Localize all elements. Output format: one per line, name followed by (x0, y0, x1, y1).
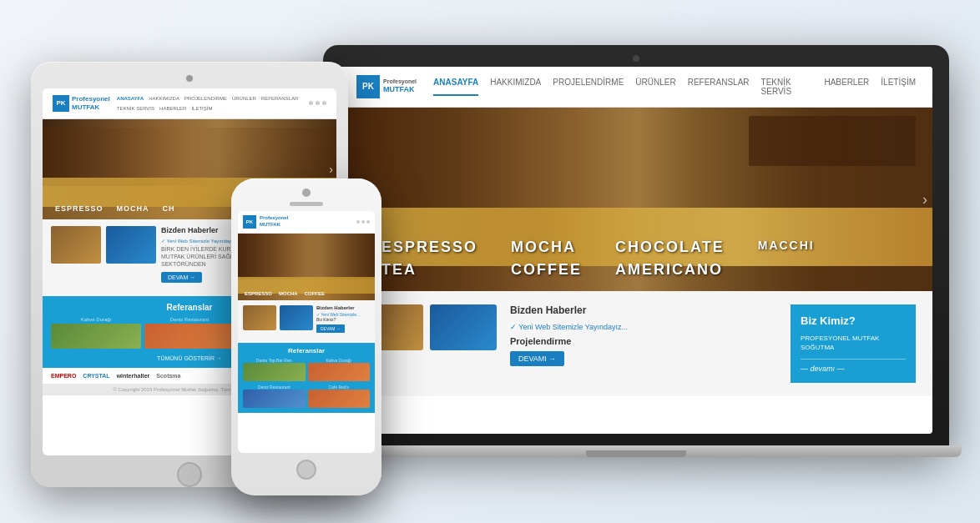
nav-haberler[interactable]: HABERLER (824, 78, 869, 96)
tablet-dots (309, 101, 326, 105)
tablet-nav-teknik[interactable]: TEKNİK SERVIS (117, 106, 154, 111)
nav-iletisim[interactable]: İLETİŞİM (881, 78, 916, 96)
laptop-device: PK Profesyonel MUTFAK Profesyonel MUTFAK… (323, 45, 949, 495)
phone-ref-cell-1: Dantu Top Bar Ren (243, 358, 306, 382)
phone-menu-mocha: MOCHA (279, 291, 298, 296)
nav-teknik[interactable]: TEKNİK SERVİS (761, 78, 813, 96)
laptop-navbar: PK Profesyonel MUTFAK Profesyonel MUTFAK… (340, 67, 932, 108)
laptop-cta-button[interactable]: DEVAMI → (510, 351, 564, 366)
phone-news-title: Bizden Haberler (316, 305, 360, 310)
tablet-nav-hakkimizda[interactable]: HAKKIMIZDA (149, 96, 179, 101)
laptop-biz-kimiz-box: Biz Kimiz? PROFESYONEL MUTFAK SOĞUTMA — … (791, 304, 916, 383)
phone-menu-coffee: COFFEE (305, 291, 325, 296)
laptop-menu-row4: MACCHI (758, 239, 815, 279)
laptop-menu-coffee: COFFEE (511, 261, 582, 279)
tablet-dot-1 (309, 101, 313, 105)
phone-ref-cell-4: Cafe Red's (308, 385, 371, 409)
phone-ref-title: Referanslar (243, 347, 370, 355)
nav-projelendirme[interactable]: PROJELENDİRME (553, 78, 624, 96)
laptop-news-check: ✓ Yeni Web Sitemizle Yayındayız... (510, 323, 777, 331)
tablet-thumb-1 (51, 226, 101, 264)
tablet-navbar: PK Profesyonel MUTFAK ANASAYFA HAKKIMIZD… (43, 88, 336, 119)
phone-logo-line2: MUTFAK (260, 222, 288, 228)
tablet-logo-text: Profesyonel MUTFAK (72, 95, 110, 111)
tablet-ref-label-1: Kahve Durağı (51, 317, 141, 322)
phone-logo-text: Profesyonel MUTFAK (260, 215, 288, 227)
laptop-hero-next-arrow[interactable]: › (922, 190, 927, 208)
phone-thumb-1 (243, 305, 276, 330)
tablet-brand-winterhalter: winterhalter (117, 373, 150, 379)
laptop-base (311, 445, 962, 457)
tablet-nav-iletisim[interactable]: İLETİŞİM (191, 106, 212, 111)
phone-thumb-2 (280, 305, 313, 330)
laptop-hero: ESPRESSO TEA MOCHA COFFEE CHOCOLATE AMER… (340, 108, 932, 291)
phone-hero: ESPRESSO MOCHA COFFEE (238, 234, 375, 300)
phone-ref-label-3: Deniz Restaurant (243, 385, 306, 390)
tablet-nav-proje[interactable]: PROJELENDİRME (184, 96, 227, 101)
laptop-menu-mocha: MOCHA (511, 239, 582, 256)
tablet-nav-haberler[interactable]: HABERLER (159, 106, 186, 111)
phone-news-text: Bizden Haberler ✓ Yeni Web Sitemizle... … (316, 305, 360, 333)
phone-content: Bizden Haberler ✓ Yeni Web Sitemizle... … (238, 300, 375, 343)
phone-logo-icon: PK (243, 215, 256, 229)
tablet-brand-crystal: CRYSTAL (83, 373, 109, 379)
laptop-screen: PK Profesyonel MUTFAK Profesyonel MUTFAK… (340, 67, 932, 434)
phone-ref-label-2: Kahve Durağı (308, 358, 371, 363)
tablet-brand-scotsma: Scotsma (156, 373, 180, 379)
tablet-nav-urunler[interactable]: ÜRÜNLER (232, 96, 256, 101)
tablet-nav-ref[interactable]: REFERANSLAR (261, 96, 298, 101)
laptop-camera (633, 55, 639, 62)
nav-urunler[interactable]: ÜRÜNLER (635, 78, 675, 96)
tablet-cta-button[interactable]: DEVAM → (161, 272, 202, 283)
laptop-logo: PK Profesyonel MUTFAK Profesyonel MUTFAK (356, 75, 417, 98)
laptop-menu-row1: ESPRESSO TEA (381, 239, 477, 279)
phone-device: PK Profesyonel MUTFAK (231, 179, 381, 495)
tablet-nav-anasayfa[interactable]: ANASAYFA (117, 96, 144, 101)
tablet-menu-espresso: ESPRESSO (55, 204, 104, 213)
tablet-nav-items: ANASAYFA HAKKIMIZDA PROJELENDİRME ÜRÜNLE… (117, 96, 302, 111)
laptop-menu-chocolate: CHOCOLATE (615, 239, 725, 256)
phone-ref-img-3 (243, 390, 306, 408)
laptop-biz-kimiz-title: Biz Kimiz? (801, 314, 906, 327)
phone-dots (356, 220, 370, 224)
laptop-menu-macchi: MACCHI (758, 239, 815, 252)
phone-ref-img-1 (243, 363, 306, 381)
phone-speaker (290, 202, 323, 206)
laptop-logo-icon: PK (356, 75, 380, 98)
tablet-ref-label-2: Deniz Restaurant (144, 317, 235, 322)
tablet-menu-ch: CH (163, 204, 175, 213)
phone-ref-label-4: Cafe Red's (308, 385, 371, 390)
tablet-ref-cell-1: Kahve Durağı (51, 317, 141, 350)
phone-ref-grid: Dantu Top Bar Ren Kahve Durağı Deniz Res… (243, 358, 370, 409)
phone-dot-2 (361, 220, 365, 224)
phone-logo-line1: Profesyonel (260, 215, 288, 221)
phone-navbar: PK Profesyonel MUTFAK (238, 211, 375, 234)
laptop-news-title: Bizden Haberler (510, 304, 777, 316)
phone-news-row: Bizden Haberler ✓ Yeni Web Sitemizle... … (243, 305, 370, 333)
nav-referanslar[interactable]: REFERANSLAR (688, 78, 750, 96)
nav-hakkimizda[interactable]: HAKKIMIZDA (490, 78, 541, 96)
phone-news-check: ✓ Yeni Web Sitemizle... (316, 312, 360, 317)
phone-referanslar-section: Referanslar Dantu Top Bar Ren Kahve Dura… (238, 343, 375, 413)
tablet-thumb-2 (106, 226, 156, 264)
laptop-lower-content: Bizden Haberler ✓ Yeni Web Sitemizle Yay… (340, 291, 932, 396)
laptop-biz-kimiz-devami[interactable]: — devamı — (801, 359, 906, 373)
phone-ref-img-2 (308, 363, 371, 381)
laptop-biz-kimiz-subtitle: PROFESYONEL MUTFAK SOĞUTMA (801, 334, 906, 352)
phone-dot-3 (366, 220, 370, 224)
phone-ref-cell-2: Kahve Durağı (308, 358, 371, 382)
tablet-dot-2 (316, 101, 320, 105)
phone-home-button[interactable] (296, 460, 316, 480)
laptop-menu-row3: CHOCOLATE AMERICANO (615, 239, 725, 279)
phone-project-label: Biz Kimiz? (316, 317, 360, 322)
phone-ref-label-1: Dantu Top Bar Ren (243, 358, 306, 363)
scene: PK Profesyonel MUTFAK Profesyonel MUTFAK… (31, 12, 949, 512)
tablet-hero-arrow[interactable]: › (329, 163, 333, 176)
tablet-hero-menu: ESPRESSO MOCHA CH (55, 204, 175, 213)
tablet-home-button[interactable] (177, 462, 202, 487)
phone-cta-button[interactable]: DEVAM → (316, 324, 345, 333)
phone-dot-1 (356, 220, 360, 224)
nav-anasayfa[interactable]: ANASAYFA (433, 78, 478, 96)
laptop-body: PK Profesyonel MUTFAK Profesyonel MUTFAK… (323, 45, 949, 445)
laptop-thumb-2 (430, 304, 497, 350)
